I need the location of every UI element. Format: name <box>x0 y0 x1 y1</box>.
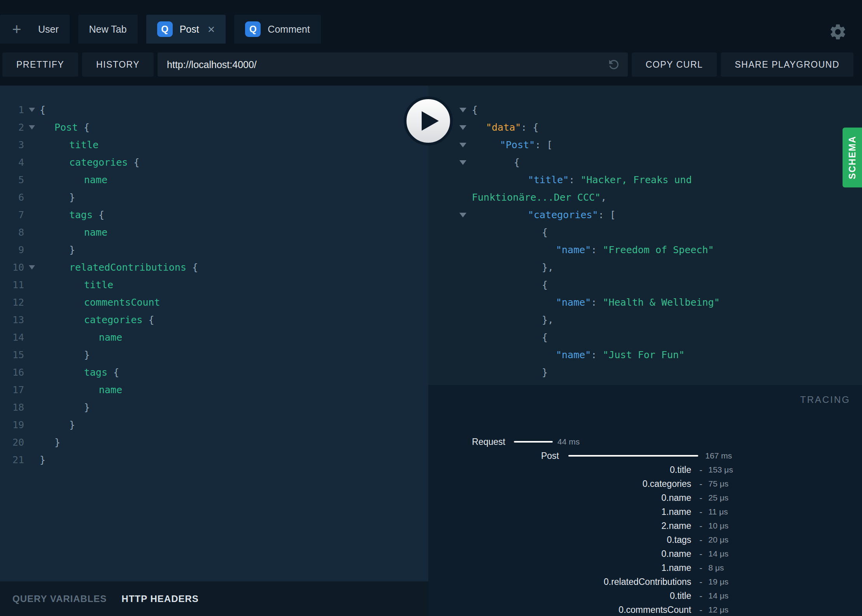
line-number: 20 <box>0 434 24 451</box>
code-text: { <box>428 101 862 119</box>
query-line[interactable]: 3title <box>0 136 428 154</box>
code-text: commentsCount <box>40 294 160 311</box>
code-token: { <box>542 332 548 343</box>
graphql-playground-window: QUserNew TabQPost×QComment + PRETTIFY HI… <box>0 0 862 616</box>
code-token: relatedContributions <box>69 262 186 273</box>
query-line[interactable]: 18} <box>0 399 428 416</box>
query-badge-icon: Q <box>157 21 173 37</box>
code-token: { <box>128 157 140 168</box>
trace-time: 8 μs <box>708 561 724 575</box>
code-token: : <box>569 174 580 186</box>
fold-toggle-icon[interactable] <box>24 101 40 119</box>
code-token: tags <box>84 367 107 378</box>
fold-gutter <box>24 416 40 434</box>
trace-label: 1.name <box>428 505 691 519</box>
main-split: 1{2Post {3title4categories {5name6}7tags… <box>0 86 862 616</box>
line-number: 7 <box>0 206 24 224</box>
fold-toggle-icon[interactable] <box>24 119 40 136</box>
code-token: : { <box>521 122 538 133</box>
fold-gutter <box>24 381 40 399</box>
code-text: categories { <box>40 154 140 171</box>
fold-arrow-icon <box>29 108 35 112</box>
query-line[interactable]: 20} <box>0 434 428 451</box>
code-text: } <box>40 346 90 364</box>
response-line: "name": "Health & Wellbeing" <box>428 294 862 311</box>
trace-row: 0.name-25 μs <box>428 491 862 505</box>
query-line[interactable]: 13categories { <box>0 311 428 329</box>
code-text: } <box>40 434 60 451</box>
code-token: } <box>542 367 548 378</box>
query-line[interactable]: 4categories { <box>0 154 428 171</box>
code-text: categories { <box>40 311 154 329</box>
history-button[interactable]: HISTORY <box>82 52 154 77</box>
prettify-button[interactable]: PRETTIFY <box>2 52 78 77</box>
query-line[interactable]: 7tags { <box>0 206 428 224</box>
query-line[interactable]: 16tags { <box>0 364 428 381</box>
query-line[interactable]: 10relatedContributions { <box>0 259 428 276</box>
query-editor-lines[interactable]: 1{2Post {3title4categories {5name6}7tags… <box>0 86 428 581</box>
query-line[interactable]: 19} <box>0 416 428 434</box>
code-text: "categories": [ <box>428 206 862 224</box>
settings-gear-icon[interactable] <box>829 23 847 41</box>
tab-new-tab[interactable]: New Tab <box>78 15 138 44</box>
query-line[interactable]: 21} <box>0 451 428 469</box>
trace-row: 0.title-153 μs <box>428 463 862 477</box>
query-line[interactable]: 11title <box>0 276 428 294</box>
response-line: { <box>428 101 862 119</box>
code-text: tags { <box>40 364 119 381</box>
query-line[interactable]: 6} <box>0 189 428 206</box>
collapse-toggle-icon[interactable] <box>459 108 466 112</box>
http-headers-tab[interactable]: HTTP HEADERS <box>122 593 199 604</box>
query-line[interactable]: 15} <box>0 346 428 364</box>
close-tab-icon[interactable]: × <box>208 23 215 35</box>
url-input[interactable] <box>166 59 607 71</box>
code-token: "data" <box>486 122 521 133</box>
trace-row: 1.name-8 μs <box>428 561 862 575</box>
query-line[interactable]: 8name <box>0 224 428 241</box>
query-line[interactable]: 2Post { <box>0 119 428 136</box>
trace-time: 19 μs <box>708 575 729 589</box>
share-playground-button[interactable]: SHARE PLAYGROUND <box>721 52 853 77</box>
fold-gutter <box>24 364 40 381</box>
copy-curl-button[interactable]: COPY CURL <box>632 52 717 77</box>
trace-label: 2.name <box>428 519 691 533</box>
query-line[interactable]: 14name <box>0 329 428 346</box>
query-line[interactable]: 5name <box>0 171 428 189</box>
query-line[interactable]: 12commentsCount <box>0 294 428 311</box>
line-number: 3 <box>0 136 24 154</box>
code-token: { <box>143 314 154 326</box>
collapse-toggle-icon[interactable] <box>459 160 466 165</box>
response-line: Funktionäre...Der CCC", <box>428 189 862 206</box>
schema-tab[interactable]: SCHEMA <box>843 128 862 187</box>
code-token: : [ <box>535 139 552 150</box>
tab-label: User <box>38 24 59 35</box>
collapse-toggle-icon[interactable] <box>459 213 466 217</box>
code-token: "Hacker, Freaks und <box>580 174 692 186</box>
query-variables-tab[interactable]: QUERY VARIABLES <box>12 593 107 604</box>
code-token: name <box>84 227 107 238</box>
code-token: } <box>54 437 60 448</box>
tab-post[interactable]: QPost× <box>146 15 226 44</box>
trace-duration-bar <box>514 441 553 443</box>
trace-label: 0.name <box>428 491 691 505</box>
code-text: name <box>40 171 107 189</box>
code-token: title <box>84 279 113 290</box>
code-token: : <box>591 349 603 360</box>
endpoint-url-bar <box>158 52 628 77</box>
collapse-toggle-icon[interactable] <box>459 125 466 130</box>
code-text: title <box>40 136 98 154</box>
code-token: } <box>69 244 75 256</box>
code-token: "name" <box>556 297 591 308</box>
add-tab-button[interactable]: + <box>0 15 33 44</box>
code-token: } <box>40 454 46 466</box>
query-line[interactable]: 17name <box>0 381 428 399</box>
trace-dash: - <box>699 491 703 505</box>
code-text: Funktionäre...Der CCC", <box>428 189 862 206</box>
query-line[interactable]: 1{ <box>0 101 428 119</box>
reset-endpoint-icon[interactable] <box>607 58 621 72</box>
tab-comment[interactable]: QComment <box>234 15 321 44</box>
execute-query-button[interactable] <box>404 96 453 145</box>
collapse-toggle-icon[interactable] <box>459 143 466 147</box>
query-line[interactable]: 9} <box>0 241 428 259</box>
fold-toggle-icon[interactable] <box>24 259 40 276</box>
